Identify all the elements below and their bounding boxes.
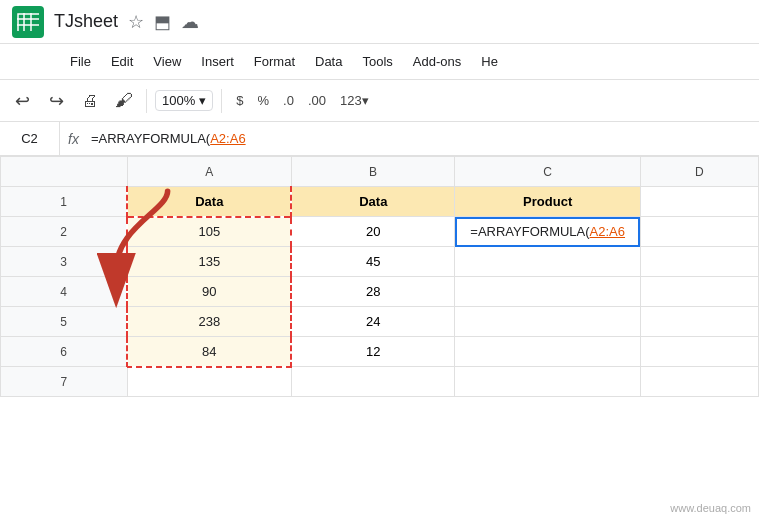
cell-a1[interactable]: Data [127, 187, 291, 217]
row-num-5: 5 [1, 307, 128, 337]
row-num-3: 3 [1, 247, 128, 277]
redo-button[interactable]: ↪ [42, 87, 70, 115]
decimal-decrease-button[interactable]: .0 [277, 89, 300, 112]
col-header-b[interactable]: B [291, 157, 455, 187]
formula-bar: C2 fx =ARRAYFORMULA(A2:A6 [0, 122, 759, 156]
paint-format-button[interactable]: 🖌 [110, 87, 138, 115]
main-content: A B C D 1 Data Data Product 2 1 [0, 156, 759, 518]
table-row: 2 105 20 =ARRAYFORMULA(A2:A6 [1, 217, 759, 247]
cloud-icon[interactable]: ☁ [181, 11, 199, 33]
col-header-a[interactable]: A [127, 157, 291, 187]
cell-b3[interactable]: 45 [291, 247, 455, 277]
fx-label: fx [60, 131, 87, 147]
cell-c6[interactable] [455, 337, 640, 367]
cell-c5[interactable] [455, 307, 640, 337]
table-row: 4 90 28 [1, 277, 759, 307]
row-num-6: 6 [1, 337, 128, 367]
zoom-value: 100% [162, 93, 195, 108]
grid-area: A B C D 1 Data Data Product 2 1 [0, 156, 759, 397]
menu-file[interactable]: File [60, 50, 101, 73]
toolbar: ↩ ↪ 🖨 🖌 100% ▾ $ % .0 .00 123▾ [0, 80, 759, 122]
cell-d6[interactable] [640, 337, 758, 367]
cell-c2[interactable]: =ARRAYFORMULA(A2:A6 [455, 217, 640, 247]
cell-a4[interactable]: 90 [127, 277, 291, 307]
title-action-icons: ☆ ⬒ ☁ [128, 11, 199, 33]
svg-rect-0 [17, 13, 39, 31]
toolbar-divider-2 [221, 89, 222, 113]
spreadsheet-grid: A B C D 1 Data Data Product 2 1 [0, 156, 759, 397]
col-header-c[interactable]: C [455, 157, 640, 187]
corner-cell [1, 157, 128, 187]
svg-rect-5 [18, 14, 39, 31]
menu-bar: File Edit View Insert Format Data Tools … [0, 44, 759, 80]
table-row: 7 [1, 367, 759, 397]
cell-b2[interactable]: 20 [291, 217, 455, 247]
cell-a5[interactable]: 238 [127, 307, 291, 337]
cell-b6[interactable]: 12 [291, 337, 455, 367]
undo-button[interactable]: ↩ [8, 87, 36, 115]
row-num-2: 2 [1, 217, 128, 247]
cell-b5[interactable]: 24 [291, 307, 455, 337]
cell-d2[interactable] [640, 217, 758, 247]
cell-d4[interactable] [640, 277, 758, 307]
menu-edit[interactable]: Edit [101, 50, 143, 73]
table-row: 1 Data Data Product [1, 187, 759, 217]
title-bar: TJsheet ☆ ⬒ ☁ [0, 0, 759, 44]
cell-c3[interactable] [455, 247, 640, 277]
app-title: TJsheet [54, 11, 118, 32]
cell-c4[interactable] [455, 277, 640, 307]
menu-view[interactable]: View [143, 50, 191, 73]
decimal-increase-button[interactable]: .00 [302, 89, 332, 112]
row-num-1: 1 [1, 187, 128, 217]
col-header-d[interactable]: D [640, 157, 758, 187]
row-num-4: 4 [1, 277, 128, 307]
table-row: 5 238 24 [1, 307, 759, 337]
menu-tools[interactable]: Tools [352, 50, 402, 73]
cell-d7[interactable] [640, 367, 758, 397]
format-buttons: $ % .0 .00 123▾ [230, 89, 374, 112]
menu-data[interactable]: Data [305, 50, 352, 73]
zoom-selector[interactable]: 100% ▾ [155, 90, 213, 111]
column-header-row: A B C D [1, 157, 759, 187]
formula-cell-prefix: =ARRAYFORMULA( [470, 224, 589, 239]
row-num-7: 7 [1, 367, 128, 397]
cell-a6[interactable]: 84 [127, 337, 291, 367]
print-button[interactable]: 🖨 [76, 87, 104, 115]
number-format-button[interactable]: 123▾ [334, 89, 375, 112]
cell-b1[interactable]: Data [291, 187, 455, 217]
table-row: 3 135 45 [1, 247, 759, 277]
cell-b7[interactable] [291, 367, 455, 397]
cell-a2[interactable]: 105 [127, 217, 291, 247]
table-row: 6 84 12 [1, 337, 759, 367]
cell-a3[interactable]: 135 [127, 247, 291, 277]
cell-c7[interactable] [455, 367, 640, 397]
star-icon[interactable]: ☆ [128, 11, 144, 33]
cell-b4[interactable]: 28 [291, 277, 455, 307]
menu-help[interactable]: He [471, 50, 508, 73]
formula-reference: A2:A6 [210, 131, 245, 146]
cell-d3[interactable] [640, 247, 758, 277]
menu-addons[interactable]: Add-ons [403, 50, 471, 73]
formula-cell-ref: A2:A6 [590, 224, 625, 239]
formula-input[interactable]: =ARRAYFORMULA(A2:A6 [87, 131, 759, 146]
percent-format-button[interactable]: % [251, 89, 275, 112]
app-icon [12, 6, 44, 38]
cell-c1[interactable]: Product [455, 187, 640, 217]
menu-format[interactable]: Format [244, 50, 305, 73]
move-icon[interactable]: ⬒ [154, 11, 171, 33]
dollar-format-button[interactable]: $ [230, 89, 249, 112]
cell-d5[interactable] [640, 307, 758, 337]
toolbar-divider-1 [146, 89, 147, 113]
menu-insert[interactable]: Insert [191, 50, 244, 73]
cell-reference-box[interactable]: C2 [0, 122, 60, 155]
formula-prefix: =ARRAYFORMULA( [91, 131, 210, 146]
zoom-arrow-icon: ▾ [199, 93, 206, 108]
cell-d1[interactable] [640, 187, 758, 217]
cell-a7[interactable] [127, 367, 291, 397]
